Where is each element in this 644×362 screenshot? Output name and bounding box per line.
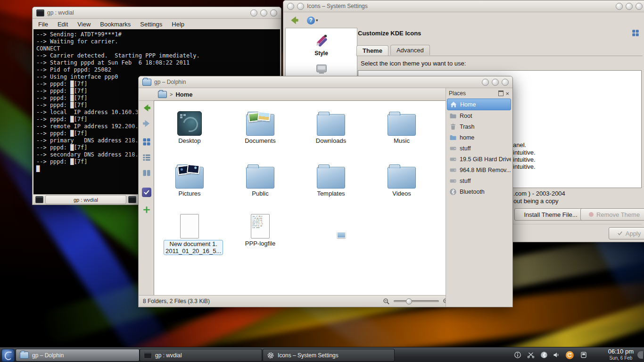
- places-title: Places: [449, 90, 466, 97]
- places-item-trash[interactable]: Trash: [447, 121, 511, 132]
- places-header: Places ×: [446, 88, 512, 99]
- menu-view[interactable]: View: [77, 21, 91, 28]
- places-item-stuff2[interactable]: stuff: [447, 175, 511, 186]
- volume-tray-icon[interactable]: [552, 350, 561, 360]
- help-button[interactable]: ? ▾: [307, 14, 318, 26]
- settings-page-title: Customize KDE Icons: [358, 30, 421, 37]
- breadcrumb-folder-icon[interactable]: [158, 91, 167, 98]
- places-item-root[interactable]: Root: [447, 110, 511, 121]
- split-view-button[interactable]: [141, 204, 152, 215]
- menu-settings[interactable]: Settings: [140, 21, 162, 28]
- dolphin-titlebar[interactable]: gp – Dolphin: [139, 76, 512, 88]
- menu-help[interactable]: Help: [172, 21, 184, 28]
- breadcrumb-home[interactable]: Home: [175, 91, 192, 98]
- menu-file[interactable]: File: [38, 21, 48, 28]
- details-view-button[interactable]: [141, 152, 152, 163]
- desktop-screen: gp : wvdial File Edit View Bookmarks Set…: [0, 0, 644, 362]
- file-item-downloads[interactable]: Downloads: [305, 106, 357, 144]
- style-module-icon[interactable]: [314, 33, 329, 47]
- dolphin-side-toolbar: [139, 100, 154, 295]
- file-label: Videos: [376, 190, 428, 197]
- tab-advanced[interactable]: Advanced: [390, 45, 430, 55]
- forward-button[interactable]: [141, 118, 152, 129]
- places-item-stuff[interactable]: stuff: [447, 143, 511, 154]
- bluetooth-tray-icon[interactable]: [539, 350, 549, 360]
- icons-view-button[interactable]: [141, 136, 152, 148]
- close-button[interactable]: [270, 9, 277, 16]
- settings-titlebar[interactable]: Icons – System Settings: [283, 0, 644, 12]
- close-button[interactable]: [636, 3, 643, 10]
- maximize-button[interactable]: [260, 9, 267, 16]
- check-icon: [617, 230, 623, 236]
- detach-panel-icon[interactable]: [498, 90, 504, 96]
- places-item-removable[interactable]: 964.8 MiB Remov...: [447, 165, 511, 175]
- dolphin-file-view[interactable]: Desktop Documents Downloads Music: [154, 100, 446, 296]
- back-button[interactable]: [141, 102, 152, 114]
- install-theme-button[interactable]: Install Theme File...: [514, 208, 587, 221]
- notifications-tray-icon[interactable]: [513, 350, 522, 360]
- places-item-bluetooth[interactable]: Bluetooth: [447, 186, 511, 197]
- places-item-home-partition[interactable]: home: [447, 132, 511, 143]
- menu-button[interactable]: [287, 3, 294, 10]
- menu-edit[interactable]: Edit: [58, 21, 68, 28]
- photo-thumbnail: [187, 164, 200, 174]
- zoom-slider[interactable]: [394, 300, 439, 302]
- file-item-documents[interactable]: Documents: [234, 106, 286, 144]
- file-item-ppp-logfile[interactable]: Jan 17 09:4 7:18 gp-Asp ire-5738 pp pd[1…: [234, 208, 286, 247]
- file-item-new-document[interactable]: New document 1. 2011_01_20_16_5...: [164, 208, 215, 255]
- places-item-hard-drive[interactable]: 19.5 GiB Hard Drive: [447, 154, 511, 165]
- device-notifier-tray-icon[interactable]: [579, 350, 588, 360]
- zoom-out-icon[interactable]: [383, 298, 390, 305]
- terminal-tab[interactable]: gp : wvdial: [45, 195, 126, 204]
- maximize-button[interactable]: [492, 79, 499, 86]
- task-dolphin[interactable]: gp – Dolphin: [16, 349, 140, 362]
- refresh-icon: [566, 351, 574, 359]
- style-module-label[interactable]: Style: [314, 50, 328, 57]
- icon-view-button[interactable]: [631, 29, 640, 37]
- places-item-home[interactable]: Home: [447, 99, 511, 110]
- close-panel-icon[interactable]: ×: [505, 90, 509, 97]
- gear-icon: [267, 352, 274, 359]
- minimize-button[interactable]: [482, 79, 489, 86]
- kickoff-launcher-button[interactable]: [1, 349, 15, 362]
- file-item-templates[interactable]: Templates: [305, 158, 357, 197]
- folder-icon: [175, 167, 204, 189]
- file-item-desktop[interactable]: Desktop: [164, 106, 215, 144]
- tab-theme[interactable]: Theme: [356, 45, 388, 56]
- sticky-button[interactable]: [297, 3, 304, 10]
- zoom-slider-handle[interactable]: [406, 298, 412, 304]
- file-item-pictures[interactable]: Pictures: [164, 158, 215, 197]
- tab-list-button[interactable]: [128, 196, 136, 203]
- file-item-public[interactable]: Public: [234, 158, 286, 197]
- klipper-tray-icon[interactable]: [526, 350, 536, 360]
- minimize-button[interactable]: [250, 9, 257, 16]
- panel-cashew-button[interactable]: [637, 351, 643, 359]
- close-button[interactable]: [502, 79, 509, 86]
- theme-list-text: intuitive.: [513, 163, 536, 170]
- maximize-button[interactable]: [626, 3, 633, 10]
- folder-icon: [246, 114, 274, 136]
- file-preview-text: Jan 17 09:4 7:18 gp-Asp ire-5738 pp pd[1…: [251, 214, 269, 229]
- menu-bookmarks[interactable]: Bookmarks: [100, 21, 131, 28]
- konsole-titlebar[interactable]: gp : wvdial: [33, 7, 281, 19]
- new-tab-button[interactable]: [35, 196, 43, 203]
- taskbar: gp – Dolphin gp : wvdial Icons – System …: [0, 347, 644, 362]
- blank-file-icon: [180, 214, 199, 239]
- file-label: Desktop: [164, 137, 215, 144]
- remove-theme-button[interactable]: Remove Theme: [580, 208, 644, 221]
- workspace-module-icon[interactable]: [315, 62, 328, 75]
- apply-button[interactable]: Apply: [609, 227, 644, 239]
- back-button[interactable]: [288, 14, 300, 26]
- preview-toggle-button[interactable]: [141, 187, 152, 198]
- clock[interactable]: 06:10 pm Sun, 6 Feb: [608, 348, 634, 362]
- file-item-music[interactable]: Music: [376, 106, 428, 144]
- columns-view-button[interactable]: [141, 167, 152, 179]
- task-system-settings[interactable]: Icons – System Settings: [263, 349, 395, 362]
- task-konsole[interactable]: gp : wvdial: [140, 349, 262, 362]
- minimize-button[interactable]: [616, 3, 623, 10]
- updates-tray-icon[interactable]: [565, 350, 574, 360]
- file-item-videos[interactable]: Videos: [376, 158, 428, 197]
- file-label: Public: [234, 190, 286, 197]
- text-file-icon: Jan 17 09:4 7:18 gp-Asp ire-5738 pp pd[1…: [251, 214, 270, 239]
- dolphin-window-title: gp – Dolphin: [154, 79, 186, 85]
